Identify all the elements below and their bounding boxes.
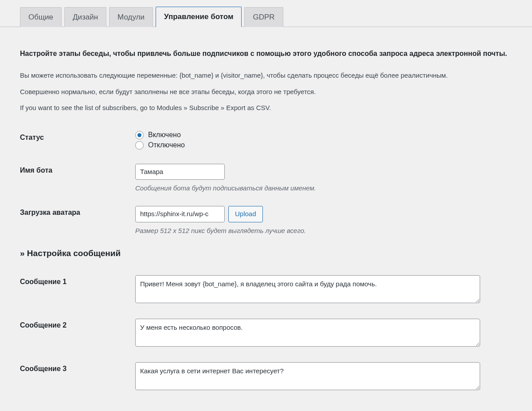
message-2-label: Сообщение 2 [20,319,135,329]
tab-general[interactable]: Общие [20,7,62,27]
intro-heading: Настройте этапы беседы, чтобы привлечь б… [20,48,512,59]
status-field: Включено Отключено [135,131,512,150]
radio-icon [135,141,144,150]
status-enabled-option[interactable]: Включено [135,131,512,139]
tab-design[interactable]: Дизайн [64,7,106,27]
intro-line-3: If you want to see the list of subscribe… [20,103,512,113]
status-enabled-label: Включено [148,131,181,139]
content-area: Настройте этапы беседы, чтобы привлечь б… [0,27,532,411]
tabs-wrapper: Общие Дизайн Модули Управление ботом GDP… [0,0,532,27]
message-2-field: У меня есть несколько вопросов. [135,319,512,348]
form-table: Статус Включено Отключено Имя бота [20,131,512,391]
avatar-help: Размер 512 х 512 пикс будет выглядеть лу… [135,227,512,234]
message-3-field: Какая услуга в сети интернет Вас интерес… [135,362,512,391]
status-radio-group: Включено Отключено [135,131,512,150]
bot-name-row: Имя бота Сообщения бота будут подписыват… [20,164,512,192]
avatar-row: Загрузка аватара Upload Размер 512 х 512… [20,206,512,234]
message-1-row: Сообщение 1 Привет! Меня зовут {bot_name… [20,275,512,304]
messages-section-header: » Настройка сообщений [20,249,512,258]
message-3-label: Сообщение 3 [20,362,135,373]
status-disabled-label: Отключено [148,141,185,149]
status-disabled-option[interactable]: Отключено [135,141,512,150]
tabs-nav: Общие Дизайн Модули Управление ботом GDP… [20,6,532,27]
avatar-url-input[interactable] [135,206,225,222]
bot-name-input[interactable] [135,164,225,180]
bot-name-label: Имя бота [20,164,135,174]
bot-name-help: Сообщения бота будут подписываться данны… [135,184,512,192]
intro-line-1: Вы можете использовать следующие перемен… [20,71,512,81]
avatar-label: Загрузка аватара [20,206,135,217]
tab-modules[interactable]: Модули [109,7,153,27]
avatar-field: Upload Размер 512 х 512 пикс будет выгля… [135,206,512,234]
message-3-row: Сообщение 3 Какая услуга в сети интернет… [20,362,512,391]
message-1-field: Привет! Меня зовут {bot_name}, я владеле… [135,275,512,304]
status-row: Статус Включено Отключено [20,131,512,150]
message-1-label: Сообщение 1 [20,275,135,286]
bot-name-field: Сообщения бота будут подписываться данны… [135,164,512,192]
message-2-textarea[interactable]: У меня есть несколько вопросов. [135,319,480,347]
tab-gdpr[interactable]: GDPR [244,7,283,27]
intro-line-2: Совершенно нормально, если будут заполне… [20,87,512,97]
tab-bot-control[interactable]: Управление ботом [156,7,242,27]
status-label: Статус [20,131,135,142]
upload-button[interactable]: Upload [228,206,263,222]
radio-icon [135,131,144,139]
message-1-textarea[interactable]: Привет! Меня зовут {bot_name}, я владеле… [135,275,480,303]
message-3-textarea[interactable]: Какая услуга в сети интернет Вас интерес… [135,362,480,390]
avatar-upload-row: Upload [135,206,512,222]
message-2-row: Сообщение 2 У меня есть несколько вопрос… [20,319,512,348]
